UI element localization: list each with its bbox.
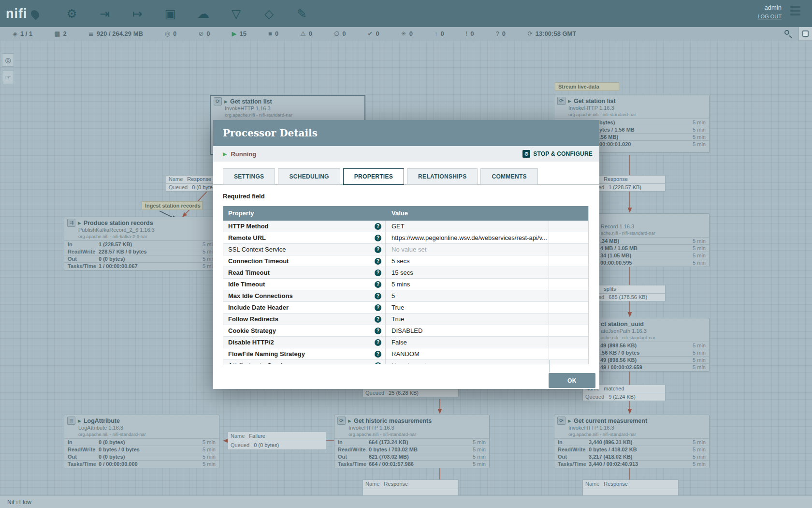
- template-tool-icon[interactable]: ◇: [261, 7, 277, 21]
- running-status-icon: ▶: [223, 151, 227, 157]
- processor-stats: In3,440 (896.31 KB)5 min Read/Write0 byt…: [554, 438, 709, 467]
- output-port-tool-icon[interactable]: ↦: [130, 7, 146, 21]
- run-status-icon: ▶: [348, 418, 351, 423]
- remote-process-group-tool-icon[interactable]: ☁: [195, 7, 212, 21]
- table-row: HTTP Method?GET: [223, 221, 588, 232]
- connection-label-failure[interactable]: NameFailure Queued0 (0 bytes): [228, 432, 326, 450]
- help-icon[interactable]: ?: [375, 246, 381, 253]
- modified-stale-icon: !: [466, 30, 468, 37]
- stop-and-configure-button[interactable]: ⚙ STOP & CONFIGURE: [522, 150, 593, 158]
- component-toolbar: ⚙ ⇥ ↦ ▣ ☁ ▽ ◇ ✎: [64, 7, 310, 21]
- processor-type-icon: ≣: [67, 417, 75, 425]
- label-tool-icon[interactable]: ✎: [294, 7, 310, 21]
- processor-bundle: org.apache.nifi - nifi-standard-nar: [211, 112, 364, 119]
- table-row: Disable HTTP/2?False: [223, 337, 588, 348]
- stopped-icon: ■: [268, 30, 272, 37]
- funnel-tool-icon[interactable]: ▽: [228, 7, 245, 21]
- operate-palette-button[interactable]: ☞: [2, 71, 14, 84]
- cluster-icon: ◈: [13, 30, 17, 37]
- table-row: Include Date Header?True: [223, 302, 588, 314]
- threads-icon: ▦: [54, 30, 60, 37]
- ok-button[interactable]: OK: [549, 373, 595, 388]
- help-icon[interactable]: ?: [375, 304, 381, 311]
- refresh-icon: ⟳: [527, 30, 533, 37]
- status-cluster: ◈1 / 1: [13, 30, 32, 37]
- processor-stats: In1 (228.57 KB)5 min Read/Write228.57 KB…: [64, 240, 219, 269]
- status-running: ▶15: [232, 30, 246, 37]
- table-row: Follow Redirects?True: [223, 314, 588, 325]
- table-row: Max Idle Connections?5: [223, 290, 588, 302]
- log-out-link[interactable]: LOG OUT: [757, 14, 782, 19]
- nifi-logo-text: nifi: [6, 6, 28, 21]
- breadcrumb[interactable]: NiFi Flow: [7, 499, 31, 506]
- navigate-palette-button[interactable]: ◎: [2, 53, 14, 67]
- tab-relationships[interactable]: RELATIONSHIPS: [407, 168, 478, 185]
- status-up-to-date: ✔0: [368, 30, 379, 37]
- processor-details-dialog: Processor Details ▶ Running ⚙ STOP & CON…: [213, 120, 599, 389]
- tab-properties[interactable]: PROPERTIES: [343, 168, 404, 185]
- gear-icon: ⚙: [522, 150, 530, 158]
- global-menu-icon[interactable]: [790, 6, 800, 17]
- processor-tool-icon[interactable]: ⚙: [64, 7, 80, 21]
- processor-type: InvokeHTTP 1.16.3: [554, 425, 709, 432]
- status-stopped: ■0: [268, 30, 278, 37]
- required-field-note: Required field: [223, 193, 599, 200]
- process-group-tool-icon[interactable]: ▣: [162, 7, 179, 21]
- tab-settings[interactable]: SETTINGS: [223, 168, 275, 185]
- table-row: Connection Timeout?5 secs: [223, 255, 588, 267]
- transmitting-icon: ◎: [165, 30, 170, 37]
- help-icon[interactable]: ?: [375, 269, 381, 276]
- operate-icon: ☞: [5, 74, 11, 81]
- processor-get-historic-measurements[interactable]: ⟳ ▶ Get historic measurements InvokeHTTP…: [334, 415, 490, 468]
- outline-icon: [802, 30, 809, 37]
- run-status-icon: ▶: [78, 221, 81, 225]
- run-status-icon: ▶: [568, 99, 571, 104]
- nifi-logo: nifi: [6, 6, 39, 21]
- tab-scheduling[interactable]: SCHEDULING: [278, 168, 340, 185]
- canvas-label-ingest-station-records[interactable]: Ingest station records: [142, 201, 203, 210]
- breadcrumb-bar: NiFi Flow: [0, 495, 812, 508]
- running-icon: ▶: [232, 30, 237, 37]
- stale-icon: ↑: [435, 30, 438, 37]
- status-invalid: ⚠0: [300, 30, 312, 37]
- processor-produce-station-records[interactable]: ⇉ ▶ Produce station records PublishKafka…: [64, 217, 219, 270]
- help-icon[interactable]: ?: [375, 235, 381, 241]
- current-user: admin: [757, 4, 782, 11]
- status-active-threads: ▦2: [54, 30, 67, 37]
- table-row: Attributes to Send?No value set: [223, 360, 588, 364]
- search-button[interactable]: [782, 28, 795, 40]
- help-icon[interactable]: ?: [375, 281, 381, 288]
- nifi-logo-drop-icon: [29, 8, 41, 20]
- processor-bundle: org.apache.nifi - nifi-kafka-2-6-nar: [64, 234, 219, 240]
- help-icon[interactable]: ?: [375, 316, 381, 323]
- canvas-outline-button[interactable]: [798, 27, 812, 40]
- processor-type-icon: ⟳: [557, 97, 566, 105]
- status-refresh[interactable]: ⟳13:00:58 GMT: [527, 30, 576, 37]
- help-icon[interactable]: ?: [375, 339, 381, 346]
- processor-type: InvokeHTTP 1.16.3: [334, 425, 489, 432]
- run-status-icon: ▶: [568, 418, 571, 423]
- input-port-tool-icon[interactable]: ⇥: [97, 7, 113, 21]
- processor-logattribute[interactable]: ≣ ▶ LogAttribute LogAttribute 1.16.3 org…: [64, 415, 219, 468]
- run-status-icon: ▶: [224, 99, 228, 104]
- search-icon: [784, 30, 789, 35]
- not-transmitting-icon: ⊘: [198, 30, 203, 37]
- processor-type-icon: ⟳: [214, 97, 222, 105]
- help-icon[interactable]: ?: [375, 328, 381, 334]
- processor-name: Get current measurement: [574, 418, 647, 424]
- help-icon[interactable]: ?: [375, 362, 381, 364]
- help-icon[interactable]: ?: [375, 223, 381, 230]
- status-disabled: ∅0: [334, 30, 346, 37]
- dialog-title: Processor Details: [213, 120, 599, 146]
- help-icon[interactable]: ?: [375, 351, 381, 358]
- help-icon[interactable]: ?: [375, 293, 381, 299]
- table-row: Read Timeout?15 secs: [223, 267, 588, 279]
- processor-type-icon: ⟳: [557, 417, 566, 425]
- processor-get-current-measurement[interactable]: ⟳ ▶ Get current measurement ▦1 InvokeHTT…: [554, 415, 710, 468]
- tab-comments[interactable]: COMMENTS: [480, 168, 537, 185]
- processor-name: Get historic measurements: [354, 418, 432, 424]
- invalid-icon: ⚠: [300, 30, 306, 37]
- processor-stats: In664 (173.24 KB)5 min Read/Write0 bytes…: [334, 438, 489, 467]
- help-icon[interactable]: ?: [375, 258, 381, 265]
- canvas-label-stream-live-data[interactable]: Stream live-data: [555, 82, 619, 91]
